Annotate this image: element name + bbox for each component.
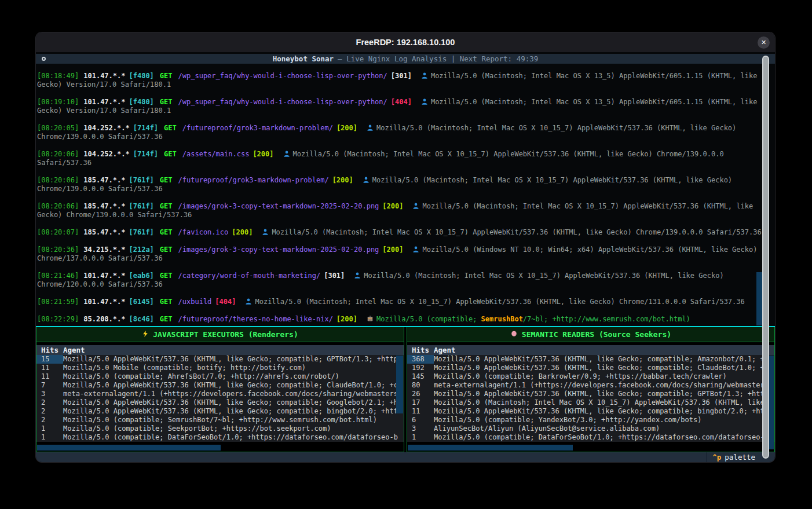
row-agent: Mozilla/5.0 (compatible; DataForSeoBot/1… [434,433,774,442]
panel-header: SEMANTIC READERS (Source Seekers) [407,327,774,342]
log-timestamp: [08:18:49] [37,72,79,80]
table-row[interactable]: 145Mozilla/5.0 (compatible; Barkrowler/0… [407,372,774,381]
bot-name: SemrushBot [168,416,210,424]
horizontal-scrollbar-thumb[interactable] [408,445,573,451]
human-icon [363,176,370,185]
log-method: GET [160,98,173,106]
log-session-hash: [714f] [133,124,158,132]
row-agent: Mozilla/5.0 AppleWebKit/537.36 (KHTML, l… [63,355,404,364]
row-agent: Mozilla/5.0 AppleWebKit/537.36 (KHTML, l… [63,407,404,416]
bot-name: Amazonbot [697,355,735,363]
log-status-code: [301] [391,72,412,80]
row-agent: Mozilla/5.0 AppleWebKit/537.36 (KHTML, l… [63,398,404,407]
table-row[interactable]: 1Mozilla/5.0 (compatible; DataForSeoBot/… [36,433,404,442]
row-hits: 3 [407,424,434,433]
close-button[interactable]: ✕ [758,36,770,49]
log-session-hash: [8c46] [129,315,154,323]
row-agent: Mozilla/5.0 (compatible; DataForSeoBot/1… [63,433,404,442]
table-row[interactable]: 26Mozilla/5.0 AppleWebKit/537.36 (KHTML,… [407,390,774,398]
log-session-hash: [761f] [129,228,154,236]
table-row[interactable]: 80meta-externalagent/1.1 (+https://devel… [407,381,774,390]
log-session-hash: [f480] [129,72,154,80]
human-icon [367,124,374,133]
table-row[interactable]: 2Mozilla/5.0 (compatible; SemrushBot/7~b… [36,416,404,424]
log-method: GET [160,272,173,280]
table-row[interactable]: 11Mozilla/5.0 (compatible; AhrefsBot/7.0… [36,372,404,381]
log-timestamp: [08:20:06] [37,176,79,184]
row-hits: 192 [407,364,434,372]
row-hits: 368 [407,355,434,364]
log-ip: 104.252.*.* [83,124,129,132]
human-icon [421,72,428,80]
row-hits: 11 [36,372,63,381]
human-icon [262,228,269,237]
row-agent: Mozilla/5.0 (compatible; YandexBot/3.0; … [434,416,774,424]
log-ip: 185.47.*.* [83,228,125,236]
log-path: /wp_super_faq/why-would-i-choose-lisp-ov… [178,72,387,80]
bot-name: Yandex [539,416,564,424]
table-row[interactable]: 11Mozilla/5.0 Mobile (compatible; botify… [36,364,404,372]
table-row[interactable]: 3AliyunSecBot/Aliyun (AliyunSecBot@servi… [407,424,774,433]
log-session-hash: [761f] [129,202,154,210]
vertical-scrollbar-thumb[interactable] [396,356,403,413]
table-row[interactable]: 2Mozilla/5.0 AppleWebKit/537.36 (KHTML, … [36,398,404,407]
horizontal-scrollbar-thumb[interactable] [37,445,221,451]
log-entry: [08:20:06]104.252.*.*[714f]GET/assets/ma… [37,150,763,167]
row-agent: meta-externalagent/1.1 (+https://develop… [63,390,404,398]
log-ip: 101.47.*.* [83,298,125,306]
brain-icon [510,330,518,339]
table-row[interactable]: 368Mozilla/5.0 AppleWebKit/537.36 (KHTML… [407,355,774,364]
table-row[interactable]: 1Mozilla/5.0 (compatible; DataForSeoBot/… [407,433,774,442]
log-session-hash: [eab6] [129,272,154,280]
log-entry: [08:20:36]34.215.*.*[212a]GET/images/gro… [37,246,763,263]
log-method: GET [160,315,173,323]
column-header-hits: Hits [407,346,434,354]
bot-name: botify [260,364,285,372]
log-status-code: [200] [332,176,353,184]
log-ip: 101.47.*.* [83,72,125,80]
analysis-panels: JAVASCRIPT EXECUTORS (Renderers) Hits Ag… [36,326,775,452]
row-agent: Mozilla/5.0 AppleWebKit/537.36 (KHTML, l… [434,355,774,364]
bot-name: bingbot [327,407,356,415]
table-row[interactable]: 3meta-externalagent/1.1 (+https://develo… [36,390,404,398]
bot-name: GPTBot [697,390,722,398]
palette-shortcut[interactable]: ^p palette [707,452,761,462]
bot-name: Aliyun [434,424,459,433]
log-timestamp: [08:20:07] [37,228,79,236]
table-row[interactable]: 6Mozilla/5.0 (compatible; YandexBot/3.0;… [407,416,774,424]
log-user-agent: Mozilla/5.0 (Macintosh; Intel Mac OS X 1… [255,298,744,306]
log-entry: [08:20:06]185.47.*.*[761f]GET/images/gro… [37,202,763,219]
table-row[interactable]: 11Mozilla/5.0 AppleWebKit/537.36 (KHTML,… [407,407,774,416]
table-row[interactable]: 15Mozilla/5.0 AppleWebKit/537.36 (KHTML,… [36,355,404,364]
row-hits: 80 [407,381,434,390]
window-titlebar[interactable]: FreeRDP: 192.168.10.100 ✕ [36,32,775,52]
status-bar: ^p palette [36,452,775,462]
row-hits: 1 [36,433,63,442]
table-row[interactable]: 1Mozilla/5.0 (compatible; SeekportBot; +… [36,424,404,433]
bot-name: bingbot [697,407,727,415]
log-status-code: [301] [324,272,345,280]
bot-name: Googlebot [327,398,364,407]
log-method: GET [160,228,173,236]
human-icon [412,246,419,254]
window-scrollbar[interactable] [762,56,769,459]
row-hits: 6 [407,416,434,424]
table-row[interactable]: 2Mozilla/5.0 AppleWebKit/537.36 (KHTML, … [36,407,404,416]
bot-name: Aliyun [488,424,513,433]
log-method: GET [160,202,173,210]
log-method: GET [160,298,173,306]
agent-table-rows: 368Mozilla/5.0 AppleWebKit/537.36 (KHTML… [407,355,774,442]
human-icon [245,298,252,306]
table-row[interactable]: 17Mozilla/5.0 (Macintosh; Intel Mac OS X… [407,398,774,407]
terminal-subtitle: — Live Nginx Log Analysis | Next Report:… [338,54,538,63]
table-row[interactable]: 192Mozilla/5.0 AppleWebKit/537.36 (KHTML… [407,364,774,372]
log-session-hash: [761f] [129,176,154,184]
lightning-icon [142,330,149,339]
log-status-code: [200] [253,150,273,158]
log-method: GET [164,150,177,158]
table-row[interactable]: 7Mozilla/5.0 AppleWebKit/537.36 (KHTML, … [36,381,404,390]
row-hits: 1 [407,433,434,442]
log-timestamp: [08:21:59] [37,298,79,306]
log-entry: [08:18:49]101.47.*.*[f480]GET/wp_super_f… [37,72,763,89]
terminal-title: Honeybot Sonar— Live Nginx Log Analysis … [36,54,775,63]
